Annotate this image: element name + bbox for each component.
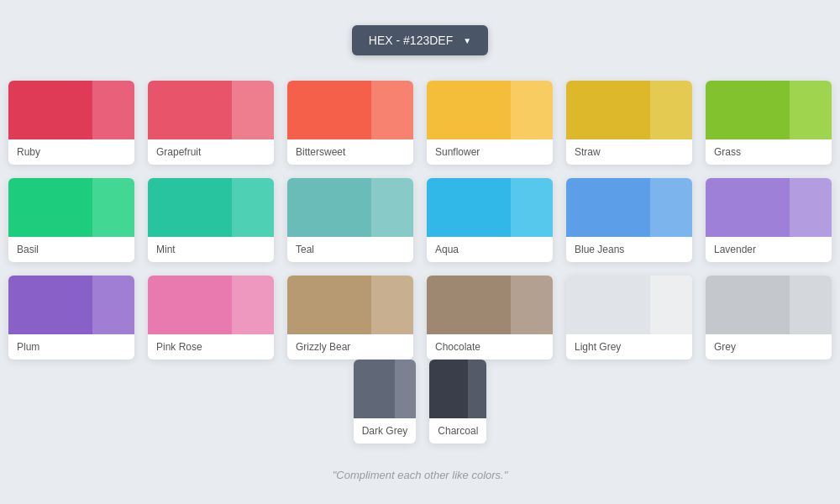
swatch-main xyxy=(566,178,650,237)
swatch-main xyxy=(287,81,371,139)
bottom-row: Dark GreyCharcoal xyxy=(354,360,487,444)
color-swatches xyxy=(8,81,134,139)
swatch-light xyxy=(92,276,134,334)
color-card[interactable]: Blue Jeans xyxy=(566,178,692,262)
color-card[interactable]: Sunflower xyxy=(427,81,553,165)
swatch-light xyxy=(371,276,413,334)
color-swatches xyxy=(354,360,417,418)
color-card[interactable]: Chocolate xyxy=(427,276,553,360)
color-card[interactable]: Light Grey xyxy=(566,276,692,360)
swatch-light xyxy=(511,178,553,237)
swatch-main xyxy=(427,178,511,237)
swatch-main xyxy=(429,360,467,418)
color-label: Pink Rose xyxy=(148,334,274,360)
color-card[interactable]: Charcoal xyxy=(429,360,486,444)
color-card[interactable]: Straw xyxy=(566,81,692,165)
swatch-light xyxy=(790,178,832,237)
color-label: Sunflower xyxy=(427,139,553,165)
swatch-main xyxy=(148,178,232,237)
color-card[interactable]: Mint xyxy=(148,178,274,262)
color-label: Grizzly Bear xyxy=(287,334,413,360)
color-swatches xyxy=(148,178,274,237)
hex-dropdown[interactable]: HEX - #123DEF ▼ xyxy=(352,25,488,55)
swatch-main xyxy=(706,81,790,139)
color-card[interactable]: Basil xyxy=(8,178,134,262)
swatch-light xyxy=(232,276,274,334)
color-swatches xyxy=(429,360,486,418)
color-label: Grapefruit xyxy=(148,139,274,165)
color-swatches xyxy=(566,178,692,237)
color-label: Grass xyxy=(706,139,832,165)
color-label: Light Grey xyxy=(566,334,692,360)
color-label: Aqua xyxy=(427,237,553,262)
swatch-main xyxy=(148,81,232,139)
color-card[interactable]: Aqua xyxy=(427,178,553,262)
swatch-main xyxy=(706,276,790,334)
color-swatches xyxy=(566,276,692,334)
color-swatches xyxy=(706,178,832,237)
chevron-down-icon: ▼ xyxy=(463,36,471,45)
color-label: Lavender xyxy=(706,237,832,262)
color-card[interactable]: Grizzly Bear xyxy=(287,276,413,360)
swatch-main xyxy=(427,276,511,334)
color-label: Ruby xyxy=(8,139,134,165)
swatch-main xyxy=(566,276,650,334)
color-swatches xyxy=(706,276,832,334)
color-card[interactable]: Bittersweet xyxy=(287,81,413,165)
color-card[interactable]: Grapefruit xyxy=(148,81,274,165)
swatch-main xyxy=(8,276,92,334)
color-card[interactable]: Dark Grey xyxy=(354,360,417,444)
dropdown-label: HEX - #123DEF xyxy=(369,34,453,47)
swatch-light xyxy=(650,276,692,334)
dropdown-container: HEX - #123DEF ▼ xyxy=(352,25,488,55)
color-label: Plum xyxy=(8,334,134,360)
swatch-light xyxy=(395,360,416,418)
swatch-main xyxy=(566,81,650,139)
swatch-light xyxy=(511,81,553,139)
color-swatches xyxy=(287,81,413,139)
swatch-light xyxy=(790,276,832,334)
swatch-main xyxy=(354,360,396,418)
swatch-light xyxy=(92,178,134,237)
quote-text: "Compliment each other like colors." xyxy=(333,469,508,481)
color-card[interactable]: Grey xyxy=(706,276,832,360)
color-card[interactable]: Lavender xyxy=(706,178,832,262)
color-label: Basil xyxy=(8,237,134,262)
swatch-light xyxy=(232,178,274,237)
color-swatches xyxy=(8,276,134,334)
swatch-main xyxy=(148,276,232,334)
color-label: Grey xyxy=(706,334,832,360)
color-label: Charcoal xyxy=(429,418,486,444)
swatch-main xyxy=(8,81,92,139)
swatch-main xyxy=(8,178,92,237)
swatch-light xyxy=(650,178,692,237)
color-card[interactable]: Ruby xyxy=(8,81,134,165)
color-swatches xyxy=(148,81,274,139)
color-swatches xyxy=(427,276,553,334)
swatch-light xyxy=(371,81,413,139)
colors-grid: RubyGrapefruitBittersweetSunflowerStrawG… xyxy=(8,81,832,360)
swatch-light xyxy=(468,360,487,418)
swatch-main xyxy=(287,178,371,237)
color-label: Mint xyxy=(148,237,274,262)
color-card[interactable]: Grass xyxy=(706,81,832,165)
swatch-light xyxy=(92,81,134,139)
color-swatches xyxy=(566,81,692,139)
swatch-light xyxy=(790,81,832,139)
color-label: Straw xyxy=(566,139,692,165)
swatch-light xyxy=(232,81,274,139)
color-card[interactable]: Pink Rose xyxy=(148,276,274,360)
color-swatches xyxy=(706,81,832,139)
color-card[interactable]: Teal xyxy=(287,178,413,262)
swatch-light xyxy=(511,276,553,334)
color-label: Blue Jeans xyxy=(566,237,692,262)
color-label: Bittersweet xyxy=(287,139,413,165)
color-swatches xyxy=(287,178,413,237)
color-label: Dark Grey xyxy=(354,418,417,444)
color-swatches xyxy=(287,276,413,334)
color-label: Chocolate xyxy=(427,334,553,360)
color-swatches xyxy=(427,81,553,139)
swatch-main xyxy=(427,81,511,139)
color-label: Teal xyxy=(287,237,413,262)
color-card[interactable]: Plum xyxy=(8,276,134,360)
